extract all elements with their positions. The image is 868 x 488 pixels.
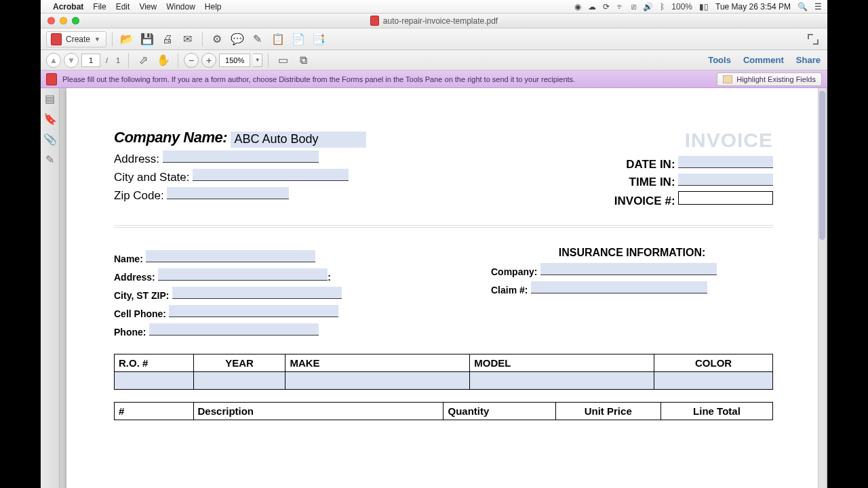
company-name-label: Company Name: — [114, 129, 227, 146]
fit-width-button[interactable]: ▭ — [274, 52, 292, 68]
insurance-company-label: Company: — [491, 266, 537, 277]
divider-line — [114, 225, 773, 229]
gear-icon: ⚙ — [212, 33, 222, 45]
company-name-field[interactable]: ABC Auto Body — [231, 131, 366, 148]
notification-center-icon[interactable]: ☰ — [814, 2, 822, 12]
invoice-number-field[interactable] — [678, 191, 773, 205]
scrollbar-track[interactable] — [818, 88, 826, 488]
sign-button[interactable]: 📋 — [269, 31, 287, 47]
customer-phone-field[interactable] — [149, 323, 319, 336]
page-number-field[interactable] — [81, 54, 100, 67]
settings-button[interactable]: ⚙ — [208, 31, 226, 47]
zip-field[interactable] — [167, 187, 289, 199]
customer-name-field[interactable] — [146, 250, 315, 262]
page-viewport: Company Name: ABC Auto Body Address: Cit… — [60, 88, 827, 488]
address-field[interactable] — [163, 150, 319, 163]
hand-icon: ✋ — [157, 54, 170, 66]
status-battery-icon: ▮▯ — [699, 2, 709, 12]
items-header-unitprice: Unit Price — [555, 403, 660, 420]
page-up-button[interactable]: ▲ — [46, 53, 61, 68]
customer-cell-field[interactable] — [169, 305, 338, 317]
print-button[interactable]: 🖨 — [159, 31, 176, 47]
insurance-claim-field[interactable] — [531, 281, 707, 293]
zoom-out-button[interactable]: − — [184, 53, 199, 68]
window-minimize-button[interactable] — [60, 17, 67, 24]
menubar-window[interactable]: Window — [166, 2, 195, 12]
letterbox-right — [827, 0, 868, 488]
window-close-button[interactable] — [47, 17, 55, 24]
page-convert-icon: 📑 — [312, 33, 326, 45]
pdf-document-icon — [370, 16, 379, 26]
fit-width-icon: ▭ — [278, 54, 288, 66]
highlight-tool-button[interactable]: ✎ — [249, 31, 267, 47]
macos-menubar: Acrobat File Edit View Window Help ◉ ☁ ⟳… — [41, 0, 827, 14]
status-volume-icon: 🔊 — [643, 2, 653, 12]
city-state-field[interactable] — [193, 169, 349, 181]
menubar-app[interactable]: Acrobat — [53, 2, 83, 12]
form-pdf-icon — [46, 73, 57, 85]
items-header-linetotal: Line Total — [660, 403, 772, 420]
fit-page-button[interactable]: ⧉ — [294, 52, 312, 68]
zoom-in-button[interactable]: + — [201, 53, 216, 68]
comment-tool-button[interactable]: 💬 — [229, 31, 246, 47]
page-total: 1 — [116, 56, 120, 64]
status-dropbox-icon: ⎚ — [631, 2, 636, 12]
fullscreen-button[interactable] — [804, 31, 822, 47]
vehicle-model-field[interactable] — [470, 372, 654, 390]
zoom-dropdown-button[interactable]: ▼ — [253, 54, 262, 67]
vehicle-year-field[interactable] — [193, 372, 285, 390]
insurance-claim-label: Claim #: — [491, 285, 528, 296]
fullscreen-icon — [808, 34, 818, 45]
select-tool-button[interactable]: ⬀ — [134, 52, 152, 68]
attachments-panel-button[interactable]: 📎 — [44, 133, 56, 145]
comment-panel-link[interactable]: Comment — [743, 55, 784, 65]
create-button[interactable]: Create ▼ — [46, 31, 106, 47]
page-down-button[interactable]: ▼ — [64, 53, 79, 68]
save-floppy-icon: 💾 — [140, 33, 154, 45]
tools-panel-link[interactable]: Tools — [708, 55, 731, 65]
form-notification-bar: Please fill out the following form. If y… — [41, 70, 827, 88]
convert-button[interactable]: 📑 — [310, 31, 328, 47]
highlight-fields-button[interactable]: Highlight Existing Fields — [717, 73, 822, 86]
signatures-panel-button[interactable]: ✎ — [44, 153, 56, 165]
customer-phone-label: Phone: — [114, 327, 146, 338]
bookmarks-panel-button[interactable]: 🔖 — [44, 113, 56, 125]
export-button[interactable]: 📄 — [290, 31, 307, 47]
zip-label: Zip Code: — [114, 189, 164, 202]
customer-city-field[interactable] — [172, 287, 342, 299]
save-button[interactable]: 💾 — [138, 31, 156, 47]
hand-tool-button[interactable]: ✋ — [155, 52, 172, 68]
open-button[interactable]: 📂 — [118, 31, 136, 47]
window-titlebar: auto-repair-invoice-template.pdf — [41, 14, 827, 28]
time-in-label: TIME IN: — [629, 176, 675, 189]
menubar-help[interactable]: Help — [205, 2, 222, 12]
address-label: Address: — [114, 152, 159, 165]
vehicle-ro-field[interactable] — [115, 372, 194, 390]
vehicle-make-field[interactable] — [285, 372, 470, 390]
menubar-file[interactable]: File — [93, 2, 106, 12]
highlighter-icon: ✎ — [253, 33, 262, 45]
folder-open-icon: 📂 — [120, 33, 134, 45]
zoom-level-field[interactable] — [219, 54, 250, 67]
clipboard-icon: 📋 — [271, 33, 285, 45]
menubar-view[interactable]: View — [139, 2, 157, 12]
scrollbar-thumb[interactable] — [819, 91, 825, 240]
create-pdf-icon — [51, 33, 62, 45]
menubar-edit[interactable]: Edit — [116, 2, 130, 12]
insurance-company-field[interactable] — [540, 263, 717, 275]
thumbnails-panel-button[interactable]: ▤ — [44, 92, 56, 104]
insurance-section-title: INSURANCE INFORMATION: — [491, 247, 773, 259]
email-button[interactable]: ✉ — [179, 31, 197, 47]
vehicle-header-color: COLOR — [654, 354, 773, 372]
highlight-fields-icon — [723, 75, 732, 83]
vehicle-color-field[interactable] — [654, 372, 773, 390]
pdf-page: Company Name: ABC Auto Body Address: Cit… — [66, 88, 821, 488]
share-panel-link[interactable]: Share — [796, 55, 821, 65]
window-zoom-button[interactable] — [72, 17, 79, 24]
line-items-table: # Description Quantity Unit Price Line T… — [114, 402, 773, 420]
spotlight-icon[interactable]: 🔍 — [797, 2, 808, 12]
time-in-field[interactable] — [678, 174, 773, 186]
customer-address-field[interactable] — [158, 268, 328, 281]
date-in-field[interactable] — [678, 156, 773, 168]
customer-name-label: Name: — [114, 253, 143, 264]
